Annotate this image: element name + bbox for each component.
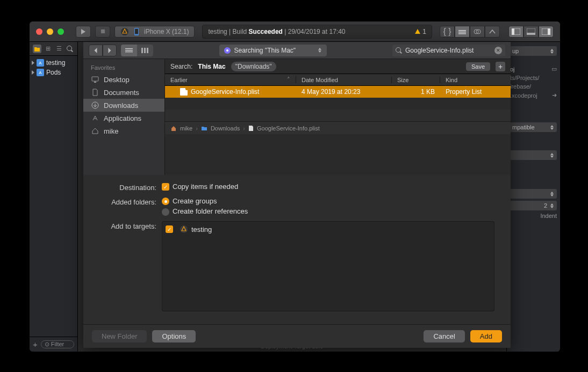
favorite-desktop[interactable]: Desktop [83,73,164,86]
search-label: Search: [170,63,192,70]
path-segment[interactable]: mike [180,125,192,132]
left-panel-toggle[interactable] [508,26,524,38]
standard-editor[interactable]: { } [440,26,455,38]
location-dropdown[interactable]: Searching "This Mac" [219,45,327,56]
file-row-selected[interactable]: GoogleService-Info.plist 4 May 2019 at 2… [165,86,511,98]
col-size[interactable]: Size [392,77,440,83]
editor-layout-toggle: { } [440,26,500,38]
path-fragment: ts/Projects/ [510,75,539,81]
col-date[interactable]: Date Modified [296,77,392,83]
file-kind: Property List [446,88,482,96]
cancel-button[interactable]: Cancel [424,330,464,342]
maximize-button[interactable] [58,28,64,35]
add-button[interactable]: + [33,340,38,349]
add-button[interactable]: Add [470,330,502,342]
radio-on-icon[interactable] [162,198,169,205]
file-icon [248,125,254,132]
radio-off-icon[interactable] [162,208,169,216]
favorite-home[interactable]: mike [83,125,164,137]
dialog-toolbar: Searching "This Mac" GoogleService-Info.… [83,42,511,59]
scope-downloads[interactable]: "Downloads" [231,62,276,71]
clear-search-button[interactable]: ✕ [494,47,502,54]
indent-popup[interactable] [510,189,557,199]
target-row[interactable]: ✓ testing [166,225,491,234]
save-search-button[interactable]: Save [466,62,490,71]
bottom-panel-toggle[interactable] [524,26,539,38]
svg-rect-18 [125,48,133,49]
disclosure-icon[interactable] [32,61,34,65]
file-navigator-tab[interactable] [33,45,41,53]
svg-rect-4 [135,28,138,34]
warning-count: 1 [422,28,426,35]
tree-item-pods[interactable]: A Pods [30,68,77,77]
column-view-button[interactable] [137,45,153,56]
stop-button[interactable] [95,26,110,38]
disclosure-icon[interactable] [32,70,34,75]
compat-popup[interactable]: mpatible [510,122,557,132]
symbol-tab[interactable]: ☰ [55,45,63,53]
home-icon [91,127,99,135]
checkbox-checked-icon[interactable]: ✓ [166,225,173,233]
chevron-right-icon: › [196,125,198,132]
back-button[interactable] [89,45,103,56]
folder-icon[interactable]: ▭ [551,65,557,72]
right-panel-toggle[interactable] [539,26,554,38]
favorite-downloads[interactable]: Downloads [83,99,164,112]
scheme-selector[interactable]: iPhone X (12.1) [114,26,195,38]
create-folder-refs-radio[interactable]: Create folder references [162,207,248,216]
create-groups-radio[interactable]: Create groups [162,197,248,206]
minimize-button[interactable] [47,28,53,35]
favorite-documents[interactable]: Documents [83,86,164,99]
options-button[interactable]: Options [152,330,196,342]
path-fragment: irebase/ [510,83,531,90]
scope-thismac[interactable]: This Mac [198,63,225,70]
proj-label: oj [510,66,515,72]
favorites-header: Favorites [83,62,164,73]
svg-point-25 [226,49,228,52]
warning-indicator[interactable]: 1 [415,28,426,35]
tree-item-testing[interactable]: A testing [30,58,77,68]
destination-label: Destination: [99,183,156,192]
version-editor[interactable] [470,26,485,38]
assistant-editor[interactable] [455,26,470,38]
new-folder-button[interactable]: New Folder [92,330,147,342]
list-view-button[interactable] [121,45,137,56]
col-kind[interactable]: Kind [440,77,511,83]
inspector-popup[interactable]: up [510,46,557,56]
chevron-right-icon: › [243,125,245,132]
close-button[interactable] [36,28,42,35]
indent-stepper[interactable]: 2 [510,201,557,210]
applications-icon [91,114,99,122]
added-folders-label: Added folders: [99,197,156,206]
search-field[interactable]: GoogleService-Info.plist ✕ [392,45,505,56]
dialog-body: Favorites Desktop Documents Downloads Ap… [83,59,511,175]
svg-rect-1 [101,30,104,33]
panel-toggle [508,26,554,38]
favorite-applications[interactable]: Applications [83,112,164,125]
col-name[interactable]: Earlier˄ [165,76,296,83]
run-button[interactable] [76,26,91,38]
added-folders-row: Added folders: Create groups Create fold… [99,197,494,216]
svg-rect-5 [458,30,466,31]
add-criterion-button[interactable]: + [496,62,505,71]
titlebar: iPhone X (12.1) testing | Build Succeede… [30,21,560,42]
xcode-project-icon: A [37,69,44,76]
class-popup[interactable] [510,150,557,160]
warning-icon [415,29,420,34]
filter-field[interactable]: ⊙ Filter [41,340,74,348]
find-tab[interactable] [66,45,74,53]
path-segment[interactable]: Downloads [211,125,240,132]
source-control-tab[interactable]: ⊞ [44,45,52,53]
reveal-icon[interactable]: ➜ [552,92,557,99]
copy-items-option[interactable]: ✓Copy items if needed [162,183,238,191]
options-area: Destination: ✓Copy items if needed Added… [83,175,511,324]
forward-button[interactable] [103,45,117,56]
add-files-dialog: Searching "This Mac" GoogleService-Info.… [83,42,511,348]
search-text: GoogleService-Info.plist [405,47,474,54]
empty-file-rows [165,98,511,121]
target-name: testing [191,225,212,234]
review-editor[interactable] [485,26,500,38]
checkbox-checked-icon[interactable]: ✓ [162,183,169,191]
path-segment[interactable]: GoogleService-Info.plist [257,125,320,132]
navigator-tree: A testing A Pods [30,56,77,337]
